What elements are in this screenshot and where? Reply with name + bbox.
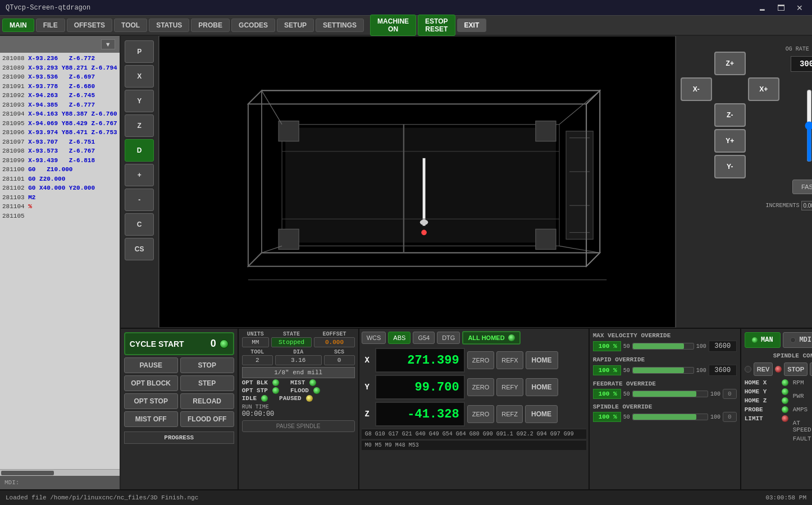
jog-x-button[interactable]: X (125, 65, 154, 88)
mdi-bar: MDI: (0, 476, 120, 489)
jog-cs-button[interactable]: CS (125, 238, 154, 260)
flood-off-button[interactable]: FLOOD OFF (180, 411, 234, 427)
feedrate-zero[interactable]: 0 (723, 389, 737, 399)
increments-row: INCREMENTS 0.001 0.01 0.1 1.0 ▼ (765, 201, 812, 210)
mist-off-button[interactable]: MIST OFF (124, 411, 178, 427)
opt-stop-button[interactable]: OPT STOP (124, 393, 178, 409)
jog-minus-button[interactable]: - (125, 189, 154, 211)
wcs-row: WCS ABS G54 DTG ALL HOMED (362, 331, 586, 345)
z-refz-button[interactable]: REFZ (496, 405, 523, 423)
x-refx-button[interactable]: REFX (496, 351, 523, 369)
spindle-zero[interactable]: 0 (723, 412, 737, 422)
end-mill-label: 1/8" end mill (242, 367, 355, 378)
cycle-value: 0 (211, 338, 216, 350)
spindle-override-pct: 100 % (593, 412, 621, 422)
opt-block-button[interactable]: OPT BLOCK (124, 375, 178, 391)
tab-offsets[interactable]: OFFSETS (67, 19, 112, 32)
jog-y-button[interactable]: Y (125, 90, 154, 112)
z-home-button[interactable]: HOME (525, 405, 558, 423)
increments-label: INCREMENTS (765, 203, 799, 209)
jog-xp-button[interactable]: X+ (748, 77, 779, 101)
pause-spindle-button[interactable]: PAUSE SPINDLE (242, 420, 355, 432)
reload-button[interactable]: RELOAD (180, 393, 234, 409)
increments-select[interactable]: 0.001 0.01 0.1 1.0 (801, 201, 812, 210)
svg-rect-10 (536, 121, 556, 141)
z-axis-row: Z -41.328 ZERO REFZ HOME (362, 402, 586, 426)
stop-button[interactable]: STOP (180, 357, 234, 373)
all-homed-button[interactable]: ALL HOMED (462, 331, 520, 345)
rapid-low: 50 (623, 368, 630, 374)
rev-button[interactable]: REV (754, 362, 773, 376)
feedrate-title: FEEDRATE OVERRIDE (593, 380, 737, 387)
gcode-line: 281099 X-93.439 Z-6.818 (2, 156, 117, 166)
home-x-label: HOME X (745, 379, 778, 386)
rapid-title: RAPID OVERRIDE (593, 356, 737, 363)
jog-ym-button[interactable]: Y- (714, 155, 746, 178)
x-zero-button[interactable]: ZERO (467, 351, 495, 369)
jog-plus-button[interactable]: + (125, 164, 154, 186)
cycle-start-button[interactable]: CYCLE START 0 (124, 332, 234, 355)
jog-d-button[interactable]: D (125, 139, 154, 162)
jog-rate-slider[interactable] (803, 89, 812, 162)
x-home-button[interactable]: HOME (526, 351, 558, 369)
y-zero-button[interactable]: ZERO (467, 378, 495, 396)
active-gcodes-text: G8 G10 G17 G21 G40 G49 G54 G64 G80 G90 G… (365, 431, 574, 437)
dia-label-hdr: DIA (275, 349, 322, 355)
y-refy-button[interactable]: REFY (496, 378, 523, 396)
machine-on-button[interactable]: MACHINEON (370, 15, 416, 36)
gcode-line: 281093 X-94.385 Z-6.777 (2, 100, 117, 110)
jog-z-button[interactable]: Z (125, 114, 154, 137)
jog-c-button[interactable]: C (125, 213, 154, 236)
dtg-button[interactable]: DTG (437, 332, 460, 344)
jog-xm-button[interactable]: X- (681, 77, 712, 101)
tab-gcodes[interactable]: GCODES (231, 19, 275, 32)
feedrate-low: 50 (623, 391, 630, 397)
tab-file[interactable]: FILE (36, 19, 65, 32)
estop-reset-button[interactable]: ESTOPRESET (418, 15, 455, 36)
z-zero-button[interactable]: ZERO (467, 405, 495, 423)
menu-bar: MAIN FILE OFFSETS TOOL STATUS PROBE GCOD… (0, 16, 812, 36)
man-mode-button[interactable]: MAN (745, 332, 781, 348)
minimize-button[interactable]: 🗕 (755, 2, 769, 13)
fwd-button[interactable]: FWD (810, 362, 812, 376)
wcs-button[interactable]: WCS (362, 332, 386, 344)
tab-settings[interactable]: SETTINGS (316, 19, 364, 32)
home-z-row: HOME Z (745, 397, 788, 404)
gcode-line: 281102 G0 X40.000 Y20.000 (2, 183, 117, 193)
scs-value: 0 (324, 355, 355, 365)
jog-yp-row: Y+ (681, 129, 779, 153)
abs-button[interactable]: ABS (388, 332, 410, 344)
mdi-mode-button[interactable]: MDI (783, 332, 812, 348)
left-controls: CYCLE START 0 PAUSE STOP OPT BLOCK STEP (121, 329, 239, 489)
step-button[interactable]: STEP (180, 375, 234, 391)
close-button[interactable]: ✕ (793, 2, 806, 13)
fast-button[interactable]: FAST (792, 180, 812, 194)
idle-label: IDLE (242, 395, 257, 402)
state-label: STATE (271, 331, 312, 337)
exit-button[interactable]: EXIT (457, 19, 487, 32)
jog-zm-button[interactable]: Z- (714, 103, 746, 127)
jog-rate-slider-container (803, 75, 812, 176)
jog-zp-button[interactable]: Z+ (714, 52, 746, 75)
3d-wireframe (159, 36, 675, 327)
y-home-button[interactable]: HOME (526, 378, 558, 396)
jog-yp-button[interactable]: Y+ (714, 129, 746, 153)
tab-setup[interactable]: SETUP (277, 19, 314, 32)
stop-button[interactable]: STOP (784, 362, 808, 376)
status-file-path: Loaded file /home/pi/linuxcnc/nc_files/3… (6, 494, 198, 501)
tab-main[interactable]: MAIN (2, 19, 34, 32)
tab-status[interactable]: STATUS (149, 19, 189, 32)
spindle-override-slider-track[interactable] (632, 414, 708, 420)
feedrate-slider-track[interactable] (632, 391, 708, 397)
feedrate-pct: 100 % (593, 389, 621, 399)
gcode-close-btn[interactable]: ▼ (101, 39, 115, 49)
jog-p-button[interactable]: P (125, 40, 154, 63)
tab-tool[interactable]: TOOL (114, 19, 147, 32)
spindle-high: 100 (710, 414, 720, 420)
g54-button[interactable]: G54 (413, 332, 435, 344)
pause-button[interactable]: PAUSE (124, 357, 178, 373)
maximize-button[interactable]: 🗖 (774, 2, 788, 13)
max-vel-slider-track[interactable] (632, 343, 694, 350)
tab-probe[interactable]: PROBE (191, 19, 230, 32)
rapid-slider-track[interactable] (632, 367, 694, 374)
